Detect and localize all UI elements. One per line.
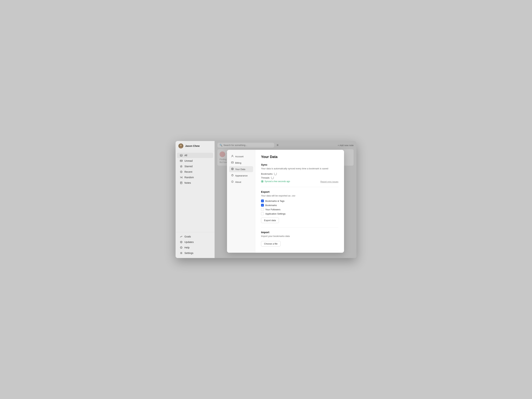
user-profile[interactable]: Jason Chew	[176, 141, 215, 151]
sidebar-item-goals[interactable]: Goals	[177, 234, 213, 239]
clock-icon	[180, 171, 183, 173]
about-icon	[231, 180, 234, 184]
sidebar-item-help[interactable]: Help	[177, 245, 213, 250]
sync-section: Sync Your data is automatically synced e…	[261, 163, 338, 183]
svg-point-13	[231, 168, 233, 169]
settings-icon	[180, 252, 183, 254]
modal-overlay: Account Billing	[215, 141, 356, 258]
sidebar-item-starred[interactable]: Starred	[177, 164, 213, 169]
sidebar-item-recent[interactable]: Recent	[177, 169, 213, 175]
updates-icon	[180, 241, 183, 243]
export-followers-label: Your Followers	[265, 208, 280, 211]
import-title: Import	[261, 231, 338, 234]
sidebar-item-unread[interactable]: Unread	[177, 158, 213, 164]
bookmarks-sync-spinner	[274, 172, 277, 175]
sync-footer: Synced a few seconds ago Report sync iss…	[261, 180, 338, 183]
sidebar-item-help-label: Help	[184, 246, 190, 249]
sync-threads-row: Threads	[261, 176, 338, 179]
sidebar-item-settings[interactable]: Settings	[177, 250, 213, 256]
modal-nav-about[interactable]: About	[229, 179, 253, 185]
sync-title: Sync	[261, 163, 338, 166]
bookmarks-sync-label: Bookmarks	[261, 172, 272, 175]
shuffle-icon	[180, 176, 183, 179]
sidebar-item-notes[interactable]: Notes	[177, 180, 213, 185]
avatar	[178, 144, 183, 148]
import-divider	[261, 227, 338, 228]
modal-title: Your Data	[261, 155, 338, 159]
star-icon	[180, 165, 183, 168]
sidebar: Jason Chew All	[176, 141, 215, 258]
import-section: Import Import your bookmarks data Choose…	[261, 231, 338, 247]
svg-rect-6	[180, 182, 182, 184]
goals-icon	[180, 235, 183, 238]
svg-point-11	[232, 155, 233, 156]
settings-modal: Account Billing	[227, 150, 344, 253]
threads-sync-label: Threads	[261, 177, 270, 179]
modal-nav-your-data-label: Your Data	[235, 168, 245, 171]
report-sync-link[interactable]: Report sync issues	[320, 181, 338, 183]
choose-file-button[interactable]: Choose a file	[261, 241, 280, 247]
sidebar-item-starred-label: Starred	[184, 165, 193, 168]
app-window: Jason Chew All	[176, 141, 356, 258]
checkbox-app-settings[interactable]	[261, 212, 264, 215]
sync-status-text: Synced a few seconds ago	[265, 180, 290, 183]
main-area: 🔍 ≡ + Add new note Tweet Finding product…	[215, 141, 356, 258]
inbox-icon	[180, 154, 183, 157]
sidebar-item-random-label: Random	[184, 176, 194, 179]
sidebar-item-random[interactable]: Random	[177, 175, 213, 180]
export-option-bookmarks-tags[interactable]: Bookmarks & Tags	[261, 200, 338, 202]
appearance-icon	[231, 174, 234, 177]
data-icon	[231, 168, 234, 171]
svg-point-9	[181, 248, 181, 248]
export-data-button[interactable]: Export data	[261, 218, 279, 223]
checkbox-followers[interactable]	[261, 208, 264, 211]
export-option-bookmarks[interactable]: Bookmarks	[261, 204, 338, 207]
modal-nav-account-label: Account	[235, 155, 243, 158]
sidebar-item-recent-label: Recent	[184, 171, 192, 173]
modal-nav-billing[interactable]: Billing	[229, 160, 253, 166]
sidebar-item-all-label: All	[184, 154, 187, 157]
sidebar-item-goals-label: Goals	[184, 235, 191, 238]
unread-icon	[180, 159, 183, 162]
svg-point-19	[262, 181, 263, 182]
sync-status: Synced a few seconds ago	[261, 180, 290, 183]
import-description: Import your bookmarks data	[261, 235, 338, 237]
sync-description: Your data is automatically synced every …	[261, 167, 338, 170]
account-icon	[231, 155, 234, 158]
svg-point-14	[231, 174, 233, 176]
export-bookmarks-label: Bookmarks	[265, 204, 277, 207]
sidebar-item-settings-label: Settings	[184, 252, 193, 254]
export-option-followers[interactable]: Your Followers	[261, 208, 338, 211]
sidebar-item-all[interactable]: All	[177, 153, 213, 158]
sidebar-item-updates[interactable]: Updates	[177, 239, 213, 245]
export-title: Export	[261, 190, 338, 193]
svg-point-17	[232, 181, 233, 181]
modal-nav: Account Billing	[227, 150, 255, 253]
export-description: Your data will be exported as .csv	[261, 194, 338, 197]
note-icon	[180, 181, 183, 184]
sync-bookmarks-row: Bookmarks	[261, 172, 338, 175]
threads-sync-spinner	[271, 176, 274, 179]
export-app-settings-label: Application Settings	[265, 212, 285, 215]
modal-content: Your Data Sync Your data is automaticall…	[255, 150, 344, 253]
export-bookmarks-tags-label: Bookmarks & Tags	[265, 200, 285, 202]
checkbox-bookmarks[interactable]	[261, 204, 264, 207]
export-section: Export Your data will be exported as .cs…	[261, 190, 338, 224]
svg-point-1	[180, 145, 182, 146]
modal-nav-appearance-label: Appearance	[235, 174, 247, 177]
modal-nav-account[interactable]: Account	[229, 153, 253, 159]
modal-nav-about-label: About	[235, 181, 241, 183]
modal-nav-appearance[interactable]: Appearance	[229, 172, 253, 178]
sidebar-item-unread-label: Unread	[184, 159, 193, 162]
sidebar-item-updates-label: Updates	[184, 241, 194, 243]
username: Jason Chew	[185, 145, 200, 147]
sidebar-item-notes-label: Notes	[184, 181, 191, 184]
svg-rect-4	[180, 160, 183, 162]
help-icon	[180, 246, 183, 249]
sidebar-nav: All Unread Starred	[176, 151, 215, 232]
checkbox-bookmarks-tags[interactable]	[261, 200, 264, 202]
export-option-app-settings[interactable]: Application Settings	[261, 212, 338, 215]
svg-point-10	[181, 253, 182, 253]
modal-nav-your-data[interactable]: Your Data	[229, 166, 253, 172]
export-divider	[261, 187, 338, 187]
